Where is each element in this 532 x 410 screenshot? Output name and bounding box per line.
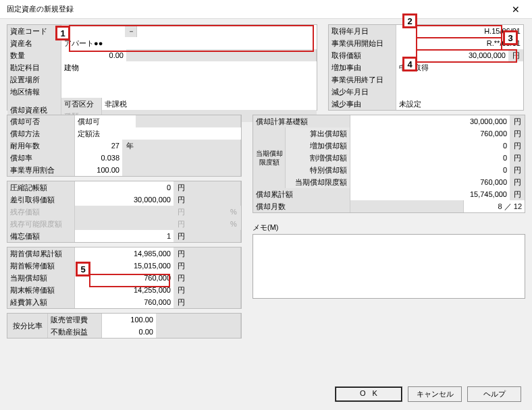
label-opening-accum: 期首償却累計額	[7, 247, 75, 260]
label-use-start: 事業供用開始日	[329, 37, 396, 49]
value-expense: 760,000	[75, 296, 174, 308]
label-method: 償却方法	[7, 127, 75, 140]
input-region[interactable]	[61, 86, 317, 98]
input-quantity[interactable]: 0.00	[61, 49, 126, 61]
label-curr-dep: 当期償却額	[7, 272, 75, 284]
label-region: 地区情報	[7, 86, 61, 98]
label-end-book: 期末帳簿価額	[7, 284, 75, 296]
input-residual	[75, 206, 174, 218]
cancel-button[interactable]: キャンセル	[408, 386, 462, 402]
input-memo-val[interactable]: 1	[75, 230, 174, 242]
label-realestate: 不動産損益	[48, 326, 102, 338]
code-separator: －	[125, 25, 137, 37]
help-button[interactable]: ヘルプ	[467, 386, 521, 402]
label-memo: メモ(M)	[252, 223, 525, 233]
panel-period-depreciation: 期首償却累計額 14,985,000 円 期首帳簿価額 15,015,000 円…	[7, 247, 242, 309]
panel-dep-calc: 償却計算基礎額 30,000,000 円 当期償却 限度額 算出償却額 760,…	[252, 115, 525, 213]
label-asset-name: 資産名	[7, 37, 61, 49]
label-dep-months: 償却月数	[253, 200, 350, 212]
value-calc-base: 30,000,000	[350, 115, 510, 127]
input-dep-ok[interactable]: 償却可	[75, 115, 136, 127]
label-life: 耐用年数	[7, 140, 75, 152]
value-limit-dep: 760,000	[350, 176, 510, 188]
value-end-book: 14,255,000	[75, 284, 174, 296]
input-dec-reason[interactable]: 未設定	[396, 98, 523, 110]
label-opening-book: 期首帳簿価額	[7, 260, 75, 272]
label-alloc-ratio: 按分比率	[7, 314, 48, 338]
input-opening-accum[interactable]: 14,985,000	[75, 247, 174, 260]
label-compression: 圧縮記帳額	[7, 181, 75, 194]
unit-yen: 円	[174, 194, 188, 206]
input-account[interactable]: 建物	[61, 61, 317, 74]
label-sga: 販売管理費	[48, 314, 102, 326]
label-calc-dep: 算出償却額	[286, 127, 350, 140]
callout-1: 1	[55, 26, 70, 40]
input-life[interactable]: 27	[75, 140, 122, 152]
input-realestate[interactable]: 0.00	[102, 326, 156, 338]
label-location: 設置場所	[7, 74, 61, 86]
label-residual: 残存価額	[7, 206, 75, 218]
label-split-dep: 割増償却額	[286, 152, 350, 164]
input-biz-pct[interactable]: 100.00	[75, 164, 122, 176]
value-split-dep: 0	[350, 152, 510, 164]
unit-years: 年	[122, 140, 137, 152]
label-memo-val: 備忘価額	[7, 230, 75, 242]
callout-4: 4	[402, 57, 417, 71]
label-period-limit: 当期償却 限度額	[253, 127, 286, 188]
input-tax-allow[interactable]: 非課税	[102, 98, 317, 110]
callout-3: 3	[503, 30, 518, 45]
input-asset-code-1[interactable]	[61, 25, 125, 37]
label-diff-acq: 差引取得価額	[7, 194, 75, 206]
unit-yen: 円	[508, 49, 523, 61]
callout-5: 5	[76, 262, 90, 276]
ok-button[interactable]: OK	[335, 386, 402, 402]
label-dec-date: 減少年月日	[329, 86, 396, 98]
label-residual-limit: 残存可能限度額	[7, 218, 75, 230]
input-rate[interactable]: 0.038	[75, 152, 122, 164]
input-method[interactable]: 定額法	[75, 127, 241, 140]
input-sga[interactable]: 100.00	[102, 314, 156, 326]
input-asset-name[interactable]: アパート●●	[61, 37, 317, 49]
label-biz-pct: 事業専用割合	[7, 164, 75, 176]
label-acq-date: 取得年月日	[329, 25, 396, 37]
label-add-dep: 増加償却額	[286, 140, 350, 152]
label-dep-ok: 償却可否	[7, 115, 75, 127]
panel-dep-method: 償却可否 償却可 償却方法 定額法 耐用年数 27 年 償却率 0.038	[7, 115, 242, 177]
window-title: 固定資産の新規登録	[7, 4, 74, 14]
label-quantity: 数量	[7, 49, 61, 61]
label-acq-amount: 取得価額	[329, 49, 396, 61]
input-dec-date[interactable]	[396, 86, 523, 98]
value-calc-dep: 760,000	[350, 127, 510, 140]
label-account: 勘定科目	[7, 61, 61, 74]
label-inc-reason: 増加事由	[329, 61, 396, 74]
label-tax-allow: 可否区分	[61, 98, 102, 110]
label-asset-code: 資産コード	[7, 25, 61, 37]
value-accum-dep: 15,745,000	[350, 188, 510, 200]
label-calc-base: 償却計算基礎額	[253, 115, 350, 127]
input-asset-code-2[interactable]	[137, 25, 317, 37]
label-rate: 償却率	[7, 152, 75, 164]
label-use-end: 事業供用終了日	[329, 74, 396, 86]
input-compression[interactable]: 0	[75, 181, 174, 194]
label-expense: 経費算入額	[7, 296, 75, 308]
value-dep-months: 8 ／ 12	[464, 200, 525, 212]
value-add-dep: 0	[350, 140, 510, 152]
label-limit-dep: 当期償却限度額	[286, 176, 350, 188]
value-diff-acq: 30,000,000	[75, 194, 174, 206]
panel-acquisition: 取得年月日 H.15/06/01 事業供用開始日 R.**/05/01 取得価額…	[328, 24, 524, 111]
unit-yen: 円	[174, 181, 188, 194]
value-spec-dep: 0	[350, 164, 510, 176]
input-location[interactable]	[61, 74, 317, 86]
input-residual-limit	[75, 218, 174, 230]
textarea-memo[interactable]	[252, 234, 525, 299]
label-spec-dep: 特別償却額	[286, 164, 350, 176]
label-dec-reason: 減少事由	[329, 98, 396, 110]
label-accum-dep: 償却累計額	[253, 188, 350, 200]
panel-compression: 圧縮記帳額 0 円 差引取得価額 30,000,000 円 残存価額 円 %	[7, 181, 242, 243]
input-use-end[interactable]	[396, 74, 523, 86]
callout-2: 2	[402, 13, 417, 28]
panel-asset-basic: 資産コード － 資産名 アパート●● 数量 0.00 勘定科目 建物	[7, 24, 317, 111]
close-icon[interactable]: ✕	[506, 3, 525, 16]
panel-allocation: 按分比率 販売管理費 100.00 不動産損益 0.00	[7, 313, 242, 339]
